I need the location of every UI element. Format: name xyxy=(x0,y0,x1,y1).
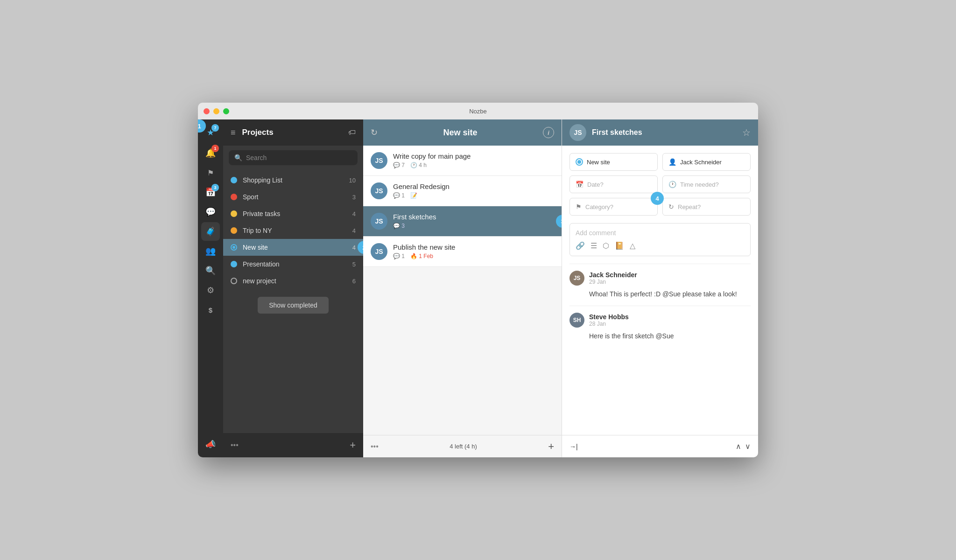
date-field[interactable]: 📅 Date? xyxy=(569,175,658,193)
task-name: General Redesign xyxy=(393,182,554,190)
sidebar-item-people[interactable]: 👥 xyxy=(201,242,220,260)
favorite-star[interactable]: ☆ xyxy=(742,127,751,138)
project-count: 4 xyxy=(352,227,356,234)
dollar-icon: $ xyxy=(209,306,212,314)
star-badge: 7 xyxy=(211,124,219,132)
task-list: JS Write copy for main page 💬 7 🕐 4 h JS… xyxy=(363,146,562,435)
repeat-field[interactable]: ↻ Repeat? xyxy=(662,198,751,216)
person-icon: 👤 xyxy=(668,158,676,166)
note-icon: 📝 xyxy=(410,192,417,199)
search-input[interactable] xyxy=(246,154,352,161)
comment-avatar: JS xyxy=(569,271,584,286)
task-content: First sketches 💬 3 xyxy=(393,213,554,229)
maximize-button[interactable] xyxy=(223,108,229,114)
project-dot-white xyxy=(231,278,237,284)
tag-icon[interactable]: 🏷 xyxy=(348,128,356,137)
category-field[interactable]: ⚑ Category? 4 xyxy=(569,198,658,216)
task-item-selected[interactable]: JS First sketches 💬 3 3 xyxy=(363,206,562,237)
task-add-button[interactable]: + xyxy=(548,441,554,453)
sidebar-item-bell[interactable]: 🔔 1 xyxy=(201,144,220,162)
comment-date: 28 Jan xyxy=(589,321,629,327)
search-icon-projects: 🔍 xyxy=(234,154,242,161)
close-button[interactable] xyxy=(204,108,210,114)
task-content: General Redesign 💬 1 📝 xyxy=(393,182,554,199)
project-field[interactable]: New site xyxy=(569,153,658,171)
projects-add-button[interactable]: + xyxy=(350,439,356,451)
sidebar-item-chat[interactable]: 💬 xyxy=(201,203,220,221)
nav-up-button[interactable]: ∧ xyxy=(736,442,741,451)
project-item-trip-to-ny[interactable]: Trip to NY 4 xyxy=(223,222,363,239)
show-completed-area: Show completed xyxy=(223,289,363,321)
project-name: Sport xyxy=(243,193,347,201)
checklist-icon[interactable]: ☰ xyxy=(590,241,597,250)
sidebar-item-flag[interactable]: ⚑ xyxy=(201,163,220,182)
sidebar-item-dollar[interactable]: $ xyxy=(201,301,220,319)
comment-author-row: SH Steve Hobbs 28 Jan xyxy=(569,313,751,328)
project-radio-inner xyxy=(577,160,581,164)
time-field[interactable]: 🕐 Time needed? xyxy=(662,175,751,193)
project-item-shopping-list[interactable]: Shopping List 10 xyxy=(223,172,363,189)
sidebar-item-briefcase[interactable]: 🧳 xyxy=(201,222,220,241)
assignee-field[interactable]: 👤 Jack Schneider xyxy=(662,153,751,171)
detail-avatar: JS xyxy=(569,124,586,141)
project-list: Shopping List 10 Sport 3 Private tasks 4… xyxy=(223,170,363,433)
dropbox-icon[interactable]: ⬡ xyxy=(603,241,609,250)
project-count: 4 xyxy=(352,210,356,217)
project-item-new-site[interactable]: New site 4 2 xyxy=(223,239,363,256)
bell-badge: 1 xyxy=(211,145,219,152)
project-radio xyxy=(576,158,583,166)
task-panel-more[interactable]: ••• xyxy=(371,442,379,451)
task-avatar: JS xyxy=(371,243,387,260)
project-item-sport[interactable]: Sport 3 xyxy=(223,189,363,205)
tutorial-3: 3 xyxy=(556,215,562,228)
minimize-button[interactable] xyxy=(213,108,219,114)
project-count: 4 xyxy=(352,244,356,251)
project-dot-ring xyxy=(231,244,237,251)
briefcase-icon: 🧳 xyxy=(205,226,216,237)
evernote-icon[interactable]: 📔 xyxy=(615,241,624,250)
project-dot xyxy=(231,177,237,183)
detail-task-title: First sketches xyxy=(592,128,737,137)
project-item-presentation[interactable]: Presentation 5 xyxy=(223,256,363,273)
attachment-icon[interactable]: 🔗 xyxy=(576,241,585,250)
task-item[interactable]: JS General Redesign 💬 1 📝 xyxy=(363,176,562,206)
show-completed-button[interactable]: Show completed xyxy=(258,297,329,314)
app-title: Nozbe xyxy=(469,108,487,115)
project-dot xyxy=(231,194,237,200)
task-name: First sketches xyxy=(393,213,554,221)
project-name: Private tasks xyxy=(243,210,347,217)
task-name: Publish the new site xyxy=(393,243,554,251)
project-item-new-project[interactable]: new project 6 xyxy=(223,273,363,289)
time-estimate: 🕐 4 h xyxy=(410,162,427,168)
project-name: Trip to NY xyxy=(243,227,347,234)
megaphone-icon: 📣 xyxy=(205,439,216,449)
comment-input[interactable]: Add comment xyxy=(576,229,745,237)
indent-icon[interactable]: →| xyxy=(569,443,578,450)
project-item-private-tasks[interactable]: Private tasks 4 xyxy=(223,205,363,222)
task-item[interactable]: JS Write copy for main page 💬 7 🕐 4 h xyxy=(363,146,562,176)
project-name: New site xyxy=(243,244,347,251)
comment-author-row: JS Jack Schneider 29 Jan xyxy=(569,271,751,286)
tutorial-4: 4 xyxy=(651,192,664,205)
projects-more-button[interactable]: ••• xyxy=(231,441,239,449)
task-panel-title: New site xyxy=(378,128,543,138)
project-name: Presentation xyxy=(243,260,347,268)
task-content: Publish the new site 💬 1 🔥 1 Feb xyxy=(393,243,554,259)
sidebar-item-calendar[interactable]: 📅 3 xyxy=(201,183,220,202)
sidebar-item-megaphone[interactable]: 📣 xyxy=(201,435,220,454)
project-dot xyxy=(231,261,237,267)
task-item[interactable]: JS Publish the new site 💬 1 🔥 1 Feb xyxy=(363,237,562,267)
comment-box: Add comment 🔗 ☰ ⬡ 📔 △ xyxy=(569,223,751,256)
window-controls xyxy=(204,108,229,114)
drive-icon[interactable]: △ xyxy=(630,241,635,250)
info-icon[interactable]: i xyxy=(543,127,554,138)
nav-down-button[interactable]: ∨ xyxy=(745,442,751,451)
comment-entry: JS Jack Schneider 29 Jan Whoa! This is p… xyxy=(569,264,751,299)
task-name: Write copy for main page xyxy=(393,152,554,160)
calendar-badge: 3 xyxy=(211,184,219,191)
refresh-icon[interactable]: ↻ xyxy=(371,127,378,138)
project-count: 3 xyxy=(352,194,356,201)
task-meta: 💬 1 🔥 1 Feb xyxy=(393,253,554,259)
sidebar-item-settings[interactable]: ⚙ xyxy=(201,281,220,300)
sidebar-item-search[interactable]: 🔍 xyxy=(201,261,220,280)
